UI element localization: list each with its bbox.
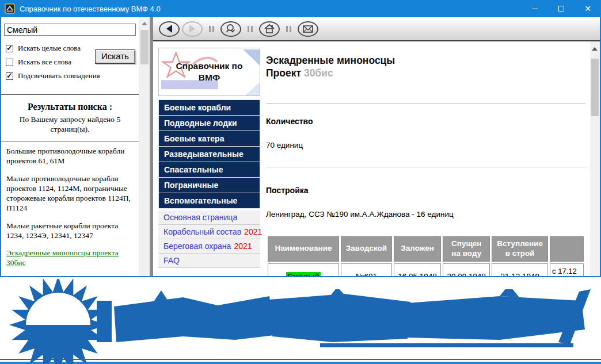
site-nav: Справочник по ВМФ Боевые корабли Подводн… [158, 48, 260, 268]
scrollbar-thumb[interactable] [591, 59, 599, 116]
col-name: Наименование [268, 236, 339, 262]
col-yard: Заводской [341, 236, 392, 262]
back-button[interactable] [159, 21, 180, 37]
table-row: Смелый №601 16.05.1948 29.09.1948 21.12.… [268, 263, 584, 277]
divider [266, 167, 585, 167]
ships-table: Наименование Заводской Заложен Спущен на… [266, 235, 585, 276]
left-panel-scrollbar[interactable] [139, 17, 150, 276]
nav-item-coast-guard[interactable]: Береговая охрана2021 [158, 239, 260, 254]
checkbox-highlight-matches[interactable] [6, 72, 13, 80]
close-icon: ✕ [584, 5, 591, 13]
build-value: Ленинград, ССЗ №190 им.А.А.Жданова - 16 … [266, 210, 585, 219]
home-icon [264, 24, 275, 34]
minimize-icon [532, 9, 538, 9]
scroll-up-icon[interactable] [592, 47, 598, 51]
bottom-banner [0, 277, 601, 364]
result-item[interactable]: Малые противолодочные корабли проектов 1… [6, 174, 135, 213]
site-logo-text-line1: Справочник по [159, 61, 260, 71]
divider [1, 141, 139, 141]
option-label: Искать все слова [18, 58, 71, 67]
option-all-words[interactable]: Искать все слова [6, 58, 71, 67]
toolbar-separator [209, 26, 214, 32]
window-title: Справочник по отечественному ВМФ 4.0 [20, 5, 161, 13]
quantity-label: Количество [266, 117, 585, 126]
nav-item-fleet-roster[interactable]: Корабельный состав2021 [158, 225, 260, 239]
nav-item-combat-boats[interactable]: Боевые катера [159, 131, 260, 147]
quantity-value: 70 единиц [266, 141, 585, 150]
result-item-active-link[interactable]: Эскадренные миноносцы проекта 30бис [6, 248, 135, 268]
forward-icon [189, 25, 195, 33]
checkbox-all-words[interactable] [6, 59, 13, 66]
option-whole-words[interactable]: Искать целые слова [6, 44, 81, 53]
option-highlight-matches[interactable]: Подсвечивать совпадения [6, 71, 100, 81]
results-summary: По Вашему запросу найдено 5 страниц(ы). [5, 115, 135, 135]
nav-item-submarines[interactable]: Подводные лодки [159, 116, 260, 131]
nav-item-border[interactable]: Пограничные [159, 178, 260, 193]
maximize-icon [558, 6, 564, 12]
result-item[interactable]: Большие противолодочные корабли проектов… [6, 146, 135, 166]
nav-item-main-page[interactable]: Основная страница [158, 210, 260, 225]
highlighted-match: Смелый [286, 272, 321, 276]
close-button[interactable]: ✕ [575, 0, 601, 17]
nav-item-combat-ships[interactable]: Боевые корабли [159, 100, 260, 116]
table-header-row: Наименование Заводской Заложен Спущен на… [268, 236, 584, 262]
checkbox-whole-words[interactable] [6, 45, 13, 52]
page-subtitle: Проект 30бис [266, 67, 585, 79]
project-number: 30бис [304, 67, 333, 79]
back-icon [166, 25, 172, 33]
site-logo-text-line2: ВМФ [159, 72, 260, 83]
divider [1, 94, 139, 95]
results-title: Результаты поиска : [1, 102, 139, 112]
mail-icon [302, 24, 314, 33]
browser-pane: Справочник по ВМФ Боевые корабли Подводн… [153, 17, 600, 276]
site-logo[interactable]: Справочник по ВМФ [158, 48, 260, 96]
divider [266, 104, 585, 104]
nav-item-reconnaissance[interactable]: Разведывательные [159, 147, 260, 162]
scroll-up-icon[interactable] [142, 22, 147, 25]
app-frame: Искать целые слова Искать все слова Подс… [0, 17, 601, 277]
scrollbar-thumb[interactable] [140, 30, 149, 64]
nav-item-faq[interactable]: FAQ [158, 254, 260, 268]
titlebar: Справочник по отечественному ВМФ 4.0 ✕ [0, 0, 601, 17]
year-badge: 2021 [244, 227, 262, 236]
page-viewport: Справочник по ВМФ Боевые корабли Подводн… [153, 41, 590, 276]
toolbar-separator [286, 26, 291, 32]
search-input[interactable] [4, 24, 136, 36]
col-launched: Спущен на воду [443, 236, 490, 262]
col-commissioned: Вступление в строй [492, 236, 548, 262]
search-check-icon [225, 24, 237, 34]
home-button[interactable] [259, 21, 280, 37]
nav-categories: Боевые корабли Подводные лодки Боевые ка… [158, 99, 260, 209]
browser-toolbar [153, 17, 600, 41]
mail-button[interactable] [298, 21, 318, 37]
nav-item-auxiliary[interactable]: Вспомогательные [159, 193, 260, 208]
page-scrollbar[interactable] [590, 41, 600, 276]
forward-button[interactable] [182, 21, 203, 37]
build-label: Постройка [266, 186, 585, 195]
option-label: Искать целые слова [18, 44, 81, 53]
col-laid-down: Заложен [394, 236, 441, 262]
search-panel: Искать целые слова Искать все слова Подс… [1, 17, 139, 276]
results-list: Большие противолодочные корабли проектов… [6, 146, 135, 276]
result-item[interactable]: Эскадренные миноносцы проектов 956, 956Э… [6, 275, 135, 276]
nav-pages: Основная страница Корабельный состав2021… [158, 210, 260, 268]
minimize-button[interactable] [522, 0, 548, 17]
nav-item-rescue[interactable]: Спасательные [159, 162, 260, 178]
search-button[interactable]: Искать [95, 49, 135, 64]
col-notes [550, 236, 584, 262]
document: Эскадренные миноносцы Проект 30бис Колич… [266, 41, 585, 276]
search-page-button[interactable] [220, 21, 241, 37]
option-label: Подсвечивать совпадения [18, 71, 100, 81]
page-title: Эскадренные миноносцы [266, 54, 585, 67]
page-content-area: Справочник по ВМФ Боевые корабли Подводн… [153, 41, 600, 276]
toolbar-separator [248, 26, 253, 32]
year-badge: 2021 [234, 242, 252, 251]
result-item[interactable]: Малые ракетные корабли проекта 1234, 123… [6, 221, 135, 241]
banner-wordmark-graphic [97, 289, 595, 354]
maximize-button[interactable] [548, 0, 575, 17]
app-icon [5, 3, 15, 14]
